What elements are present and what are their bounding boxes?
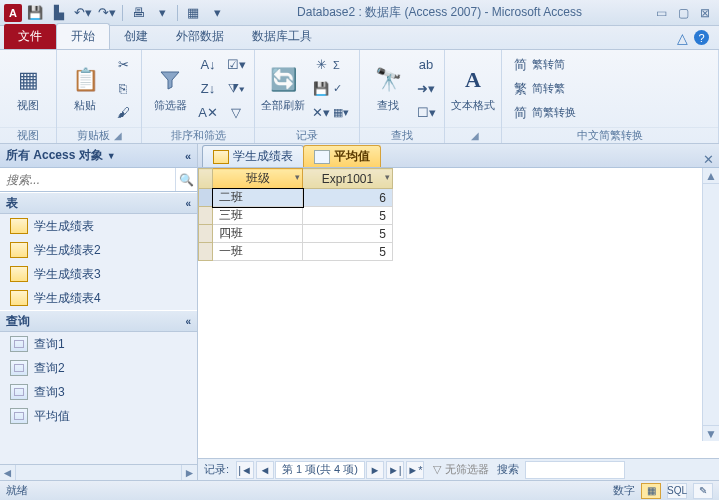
text-format-button[interactable]: A 文本格式 bbox=[451, 64, 495, 113]
nav-header-dropdown-icon[interactable]: ▼ bbox=[107, 151, 116, 161]
clipboard-launcher-icon[interactable]: ◢ bbox=[114, 130, 122, 141]
cell[interactable]: 5 bbox=[303, 243, 393, 261]
row-header[interactable] bbox=[199, 207, 213, 225]
sort-desc-button[interactable]: Z↓ bbox=[196, 78, 220, 100]
cell[interactable]: 四班 bbox=[213, 225, 303, 243]
help-icon[interactable]: ? bbox=[694, 30, 709, 45]
close-button[interactable]: ⊠ bbox=[695, 5, 715, 21]
table-row[interactable]: 三班 5 bbox=[199, 207, 393, 225]
cell[interactable]: 三班 bbox=[213, 207, 303, 225]
copy-button[interactable]: ⎘ bbox=[111, 78, 135, 100]
qat-more-icon[interactable]: ▾ bbox=[206, 3, 228, 23]
tab-external[interactable]: 外部数据 bbox=[162, 24, 238, 49]
vertical-scrollbar[interactable]: ▲ ▼ bbox=[702, 168, 719, 441]
select-button[interactable]: ☐▾ bbox=[414, 102, 438, 124]
table-row[interactable]: 一班 5 bbox=[199, 243, 393, 261]
toggle-filter-button[interactable]: ▽ bbox=[224, 102, 248, 124]
scroll-down-icon[interactable]: ▼ bbox=[703, 425, 719, 441]
find-button[interactable]: 🔭 查找 bbox=[366, 64, 410, 113]
no-filter-indicator[interactable]: ▽无筛选器 bbox=[425, 462, 497, 477]
qat-save-icon[interactable]: 💾 bbox=[24, 3, 46, 23]
nav-item-table[interactable]: 学生成绩表 bbox=[0, 214, 197, 238]
format-painter-button[interactable]: 🖌 bbox=[111, 102, 135, 124]
record-search-input[interactable] bbox=[525, 461, 625, 479]
replace-button[interactable]: ab bbox=[414, 54, 438, 76]
cut-button[interactable]: ✂ bbox=[111, 54, 135, 76]
cell[interactable]: 6 bbox=[303, 189, 393, 207]
design-view-switch[interactable]: ✎ bbox=[693, 483, 713, 499]
qat-print-icon[interactable]: 🖶 bbox=[127, 3, 149, 23]
last-record-button[interactable]: ►| bbox=[386, 461, 404, 479]
cell[interactable]: 5 bbox=[303, 207, 393, 225]
nav-item-table[interactable]: 学生成绩表4 bbox=[0, 286, 197, 310]
record-position[interactable]: 第 1 项(共 4 项) bbox=[275, 461, 365, 479]
scroll-up-icon[interactable]: ▲ bbox=[703, 168, 719, 184]
clear-sort-button[interactable]: A✕ bbox=[196, 102, 220, 124]
nav-item-table[interactable]: 学生成绩表3 bbox=[0, 262, 197, 286]
column-dropdown-icon[interactable]: ▾ bbox=[385, 172, 390, 182]
goto-button[interactable]: ➜▾ bbox=[414, 78, 438, 100]
file-tab[interactable]: 文件 bbox=[4, 24, 56, 49]
advanced-filter-button[interactable]: ⧩▾ bbox=[224, 78, 248, 100]
scroll-left-icon[interactable]: ◄ bbox=[0, 465, 16, 480]
row-header[interactable] bbox=[199, 243, 213, 261]
qat-redo-icon[interactable]: ↷▾ bbox=[96, 3, 118, 23]
close-tab-icon[interactable]: ✕ bbox=[697, 152, 719, 167]
new-record-nav-button[interactable]: ►* bbox=[406, 461, 424, 479]
row-header[interactable] bbox=[199, 189, 213, 207]
select-all-corner[interactable] bbox=[199, 169, 213, 189]
sc-to-tc-button[interactable]: 繁简转繁 bbox=[508, 78, 580, 100]
cell[interactable]: 二班 bbox=[213, 189, 303, 207]
prev-record-button[interactable]: ◄ bbox=[256, 461, 274, 479]
sql-view-switch[interactable]: SQL bbox=[667, 483, 687, 499]
column-header[interactable]: 班级▾ bbox=[213, 169, 303, 189]
scroll-right-icon[interactable]: ► bbox=[181, 465, 197, 480]
selection-filter-button[interactable]: ☑▾ bbox=[224, 54, 248, 76]
tab-tools[interactable]: 数据库工具 bbox=[238, 24, 326, 49]
minimize-button[interactable]: ▭ bbox=[651, 5, 671, 21]
app-icon[interactable]: A bbox=[4, 4, 22, 22]
sort-asc-button[interactable]: A↓ bbox=[196, 54, 220, 76]
delete-record-button[interactable]: ✕▾▦▾ bbox=[309, 102, 353, 124]
tc-to-sc-button[interactable]: 简繁转简 bbox=[508, 54, 580, 76]
qat-undo-icon[interactable]: ↶▾ bbox=[72, 3, 94, 23]
qat-datasheet-icon[interactable]: ▦ bbox=[182, 3, 204, 23]
nav-group-tables-header[interactable]: 表 « bbox=[0, 192, 197, 214]
tab-home[interactable]: 开始 bbox=[56, 23, 110, 49]
view-button[interactable]: ▦ 视图 bbox=[6, 64, 50, 113]
paste-button[interactable]: 📋 粘贴 bbox=[63, 64, 107, 113]
table-row[interactable]: 四班 5 bbox=[199, 225, 393, 243]
search-icon[interactable]: 🔍 bbox=[175, 168, 197, 191]
nav-group-queries-header[interactable]: 查询 « bbox=[0, 310, 197, 332]
nav-item-query[interactable]: 查询3 bbox=[0, 380, 197, 404]
save-record-button[interactable]: 💾✓ bbox=[309, 78, 353, 100]
new-record-button[interactable]: ✳Σ bbox=[309, 54, 353, 76]
minimize-ribbon-icon[interactable]: △ bbox=[677, 30, 688, 46]
nav-hscrollbar[interactable]: ◄ ► bbox=[0, 464, 197, 480]
column-header[interactable]: Expr1001▾ bbox=[303, 169, 393, 189]
next-record-button[interactable]: ► bbox=[366, 461, 384, 479]
nav-item-query[interactable]: 查询1 bbox=[0, 332, 197, 356]
nav-item-query[interactable]: 平均值 bbox=[0, 404, 197, 428]
cell[interactable]: 一班 bbox=[213, 243, 303, 261]
column-dropdown-icon[interactable]: ▾ bbox=[295, 172, 300, 182]
doc-tab-table[interactable]: 学生成绩表 bbox=[202, 145, 304, 167]
doc-tab-query[interactable]: 平均值 bbox=[303, 145, 381, 167]
qat-preview-icon[interactable]: ▾ bbox=[151, 3, 173, 23]
row-header[interactable] bbox=[199, 225, 213, 243]
first-record-button[interactable]: |◄ bbox=[236, 461, 254, 479]
tab-create[interactable]: 创建 bbox=[110, 24, 162, 49]
table-row[interactable]: 二班 6 bbox=[199, 189, 393, 207]
filter-button[interactable]: 筛选器 bbox=[148, 64, 192, 113]
maximize-button[interactable]: ▢ bbox=[673, 5, 693, 21]
qat-new-icon[interactable]: ▙ bbox=[48, 3, 70, 23]
sc-tc-convert-button[interactable]: 简简繁转换 bbox=[508, 102, 580, 124]
nav-search-input[interactable] bbox=[0, 168, 175, 191]
nav-pane-header[interactable]: 所有 Access 对象 ▼ « bbox=[0, 144, 197, 168]
refresh-all-button[interactable]: 🔄 全部刷新 bbox=[261, 64, 305, 113]
textfmt-launcher-icon[interactable]: ◢ bbox=[471, 130, 479, 141]
cell[interactable]: 5 bbox=[303, 225, 393, 243]
nav-item-table[interactable]: 学生成绩表2 bbox=[0, 238, 197, 262]
nav-item-query[interactable]: 查询2 bbox=[0, 356, 197, 380]
data-grid[interactable]: 班级▾ Expr1001▾ 二班 6 三班 5 bbox=[198, 168, 393, 261]
